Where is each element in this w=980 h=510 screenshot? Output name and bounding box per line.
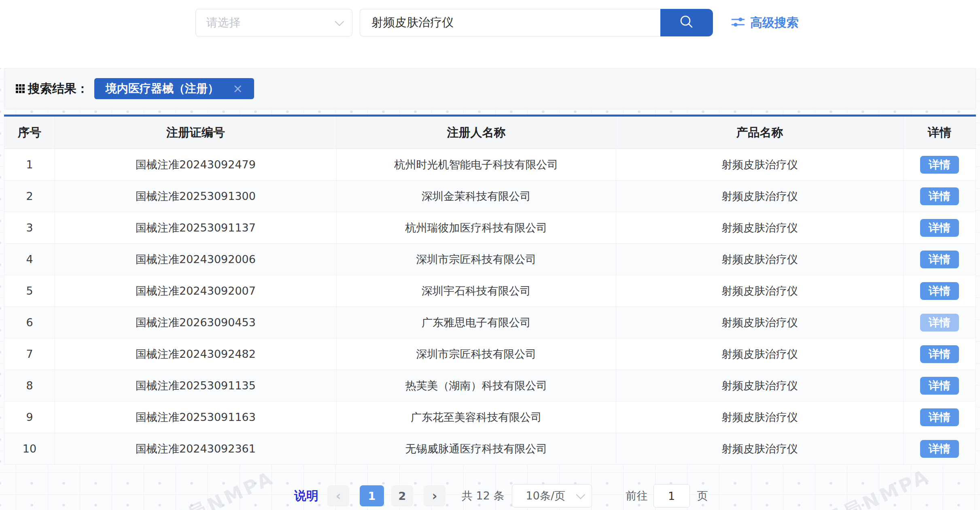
- goto-prefix-label: 前往: [626, 489, 648, 503]
- category-select[interactable]: 请选择: [195, 9, 352, 36]
- filter-tag-domestic-registered[interactable]: 境内医疗器械（注册） ×: [94, 78, 254, 99]
- category-select-placeholder: 请选择: [206, 15, 335, 30]
- note-link[interactable]: 说明: [294, 488, 318, 504]
- row-index: 8: [4, 370, 55, 402]
- product-name: 射频皮肤治疗仪: [616, 433, 904, 465]
- registrant-name: 深圳市宗匠科技有限公司: [337, 338, 616, 370]
- prev-page-button[interactable]: ‹: [327, 485, 349, 506]
- detail-button[interactable]: 详情: [920, 282, 959, 300]
- registrant-name: 广东雅思电子有限公司: [337, 307, 616, 338]
- table-row: 1 国械注准20243092479 杭州时光机智能电子科技有限公司 射频皮肤治疗…: [4, 149, 976, 181]
- pagination: 说明 ‹ 1 2 › 共 12 条 10条/页 前往 页: [294, 484, 708, 508]
- header-no: 序号: [4, 117, 55, 149]
- product-name: 射频皮肤治疗仪: [616, 181, 904, 212]
- detail-button[interactable]: 详情: [920, 219, 959, 237]
- table-row: 2 国械注准20253091300 深圳金茉科技有限公司 射频皮肤治疗仪 详情: [4, 181, 976, 212]
- product-name: 射频皮肤治疗仪: [616, 275, 904, 307]
- page-button-1[interactable]: 1: [360, 485, 384, 506]
- registrant-name: 无锡威脉通医疗科技有限公司: [337, 433, 616, 465]
- cert-number: 国械注准20243092361: [55, 433, 337, 465]
- nmpa-watermark: 国家药品监督管理局NMPA: [28, 465, 279, 510]
- product-name: 射频皮肤治疗仪: [616, 402, 904, 433]
- table-row: 3 国械注准20253091137 杭州瑞彼加医疗科技有限公司 射频皮肤治疗仪 …: [4, 212, 976, 244]
- close-icon[interactable]: ×: [233, 83, 243, 95]
- row-index: 7: [4, 338, 55, 370]
- page-button-2[interactable]: 2: [391, 485, 413, 506]
- product-name: 射频皮肤治疗仪: [616, 149, 904, 181]
- cert-number: 国械注准20243092007: [55, 275, 337, 307]
- detail-button[interactable]: 详情: [920, 377, 959, 395]
- registrant-name: 杭州瑞彼加医疗科技有限公司: [337, 212, 616, 244]
- product-name: 射频皮肤治疗仪: [616, 338, 904, 370]
- row-index: 10: [4, 433, 55, 465]
- table-header: 序号 注册证编号 注册人名称 产品名称 详情: [4, 117, 976, 149]
- registrant-name: 广东花至美容科技有限公司: [337, 402, 616, 433]
- search-button[interactable]: [660, 9, 713, 36]
- table-row: 7 国械注准20243092482 深圳市宗匠科技有限公司 射频皮肤治疗仪 详情: [4, 338, 976, 370]
- product-name: 射频皮肤治疗仪: [616, 244, 904, 275]
- goto-page-input[interactable]: [653, 484, 690, 508]
- page-size-value: 10条/页: [526, 489, 576, 503]
- header-product: 产品名称: [616, 117, 904, 149]
- total-count-label: 共 12 条: [462, 489, 505, 503]
- filter-tag-label: 境内医疗器械（注册）: [106, 81, 219, 96]
- row-index: 9: [4, 402, 55, 433]
- detail-button[interactable]: 详情: [920, 251, 959, 268]
- search-results-bar: 搜索结果： 境内医疗器械（注册） ×: [4, 68, 976, 109]
- cert-number: 国械注准20253091163: [55, 402, 337, 433]
- table-row: 5 国械注准20243092007 深圳宇石科技有限公司 射频皮肤治疗仪 详情: [4, 275, 976, 307]
- registrant-name: 深圳金茉科技有限公司: [337, 181, 616, 212]
- detail-button[interactable]: 详情: [920, 345, 959, 363]
- table-row: 6 国械注准20263090453 广东雅思电子有限公司 射频皮肤治疗仪 详情: [4, 307, 976, 338]
- product-name: 射频皮肤治疗仪: [616, 307, 904, 338]
- cert-number: 国械注准20253091135: [55, 370, 337, 402]
- header-registrant: 注册人名称: [337, 117, 616, 149]
- cert-number: 国械注准20243092479: [55, 149, 337, 181]
- table-row: 8 国械注准20253091135 热芙美（湖南）科技有限公司 射频皮肤治疗仪 …: [4, 370, 976, 402]
- cert-number: 国械注准20243092482: [55, 338, 337, 370]
- row-index: 3: [4, 212, 55, 244]
- search-icon: [679, 14, 695, 32]
- registrant-name: 热芙美（湖南）科技有限公司: [337, 370, 616, 402]
- registrant-name: 深圳市宗匠科技有限公司: [337, 244, 616, 275]
- cert-number: 国械注准20253091137: [55, 212, 337, 244]
- registrant-name: 杭州时光机智能电子科技有限公司: [337, 149, 616, 181]
- detail-button[interactable]: 详情: [920, 440, 959, 458]
- search-input[interactable]: [360, 9, 660, 36]
- table-row: 10 国械注准20243092361 无锡威脉通医疗科技有限公司 射频皮肤治疗仪…: [4, 433, 976, 465]
- row-index: 2: [4, 181, 55, 212]
- registrant-name: 深圳宇石科技有限公司: [337, 275, 616, 307]
- search-results-label: 搜索结果：: [28, 81, 89, 97]
- results-table: 序号 注册证编号 注册人名称 产品名称 详情 1 国械注准20243092479…: [4, 115, 976, 465]
- cert-number: 国械注准20253091300: [55, 181, 337, 212]
- nmpa-watermark: 国家药品监督管理局NMPA: [684, 463, 934, 510]
- header-cert: 注册证编号: [55, 117, 337, 149]
- table-row: 4 国械注准20243092006 深圳市宗匠科技有限公司 射频皮肤治疗仪 详情: [4, 244, 976, 275]
- table-row: 9 国械注准20253091163 广东花至美容科技有限公司 射频皮肤治疗仪 详…: [4, 402, 976, 433]
- chevron-down-icon: [335, 17, 344, 26]
- row-index: 4: [4, 244, 55, 275]
- cert-number: 国械注准20243092006: [55, 244, 337, 275]
- advanced-search-label: 高级搜索: [750, 15, 799, 31]
- goto-suffix-label: 页: [697, 489, 708, 503]
- table-body: 1 国械注准20243092479 杭州时光机智能电子科技有限公司 射频皮肤治疗…: [4, 149, 976, 465]
- row-index: 5: [4, 275, 55, 307]
- detail-button[interactable]: 详情: [920, 408, 959, 426]
- product-name: 射频皮肤治疗仪: [616, 370, 904, 402]
- row-index: 6: [4, 307, 55, 338]
- row-index: 1: [4, 149, 55, 181]
- page-size-select[interactable]: 10条/页: [512, 484, 592, 508]
- cert-number: 国械注准20263090453: [55, 307, 337, 338]
- chevron-down-icon: [576, 490, 585, 499]
- grid-icon: [16, 84, 25, 93]
- detail-button[interactable]: 详情: [920, 156, 959, 174]
- next-page-button[interactable]: ›: [424, 485, 445, 506]
- product-name: 射频皮肤治疗仪: [616, 212, 904, 244]
- detail-button[interactable]: 详情: [920, 187, 959, 205]
- header-detail: 详情: [904, 117, 976, 149]
- detail-button[interactable]: 详情: [920, 314, 959, 332]
- sliders-icon: [731, 15, 745, 31]
- advanced-search-link[interactable]: 高级搜索: [731, 9, 799, 36]
